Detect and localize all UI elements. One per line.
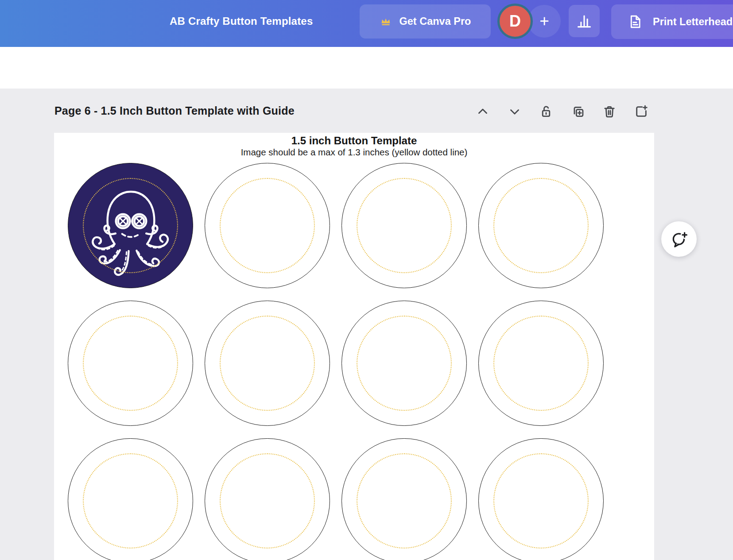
button-circle-empty[interactable] — [341, 438, 467, 560]
chevron-down-icon — [507, 104, 522, 119]
button-circle-empty[interactable] — [478, 438, 604, 560]
button-circle-empty[interactable] — [341, 301, 467, 426]
max-image-guide-circle — [493, 178, 589, 273]
trash-icon — [602, 104, 617, 119]
get-canva-pro-label: Get Canva Pro — [399, 15, 471, 27]
toolbar-strip — [0, 47, 733, 89]
avatar-letter: D — [509, 13, 521, 29]
workspace: Page 6 - 1.5 Inch Button Template with G… — [0, 89, 733, 560]
max-image-guide-circle — [83, 453, 178, 548]
max-image-guide-circle — [220, 316, 315, 411]
max-image-guide-circle — [357, 178, 452, 273]
max-image-guide-circle — [220, 178, 315, 273]
get-canva-pro-button[interactable]: Get Canva Pro — [360, 4, 491, 39]
button-circle-empty[interactable] — [205, 301, 330, 426]
page-actions — [473, 102, 651, 121]
canva-editor: AB Crafty Button Templates Get Canva Pro… — [0, 0, 733, 560]
button-circle-empty[interactable] — [205, 438, 330, 560]
insights-button[interactable] — [569, 5, 600, 37]
button-circle-empty[interactable] — [68, 438, 193, 560]
button-circle-filled[interactable] — [68, 163, 193, 288]
lock-page-button[interactable] — [536, 102, 556, 121]
duplicate-page-button[interactable] — [568, 102, 588, 121]
max-image-guide-circle — [357, 453, 452, 548]
add-page-icon — [634, 104, 649, 119]
button-grid — [68, 163, 604, 560]
move-page-down-button[interactable] — [505, 102, 524, 121]
template-title: 1.5 inch Button Template — [54, 135, 654, 147]
chevron-up-icon — [475, 104, 490, 119]
avatar[interactable]: D — [497, 4, 533, 39]
document-icon — [627, 14, 643, 30]
button-circle-empty[interactable] — [341, 163, 467, 288]
design-page[interactable]: 1.5 inch Button Template Image should be… — [54, 133, 654, 560]
bar-chart-icon — [576, 13, 593, 30]
max-image-guide-circle — [220, 453, 315, 548]
print-letterhead-button[interactable]: Print Letterhead — [611, 4, 733, 39]
plus-icon: + — [539, 12, 549, 30]
max-image-guide-circle — [83, 316, 178, 411]
crown-icon — [380, 16, 392, 27]
duplicate-page-icon — [570, 104, 586, 119]
page-title: Page 6 - 1.5 Inch Button Template with G… — [54, 104, 295, 117]
max-image-guide-circle — [83, 178, 178, 273]
max-image-guide-circle — [493, 316, 589, 411]
delete-page-button[interactable] — [600, 102, 619, 121]
max-image-guide-circle — [493, 453, 589, 548]
add-member-button[interactable]: + — [528, 5, 561, 38]
button-circle-empty[interactable] — [478, 301, 604, 426]
unlock-icon — [539, 104, 554, 119]
button-circle-empty[interactable] — [205, 163, 330, 288]
top-bar: AB Crafty Button Templates Get Canva Pro… — [0, 0, 733, 47]
button-circle-empty[interactable] — [68, 301, 193, 426]
add-comment-icon — [669, 229, 689, 249]
add-comment-button[interactable] — [661, 221, 697, 257]
move-page-up-button[interactable] — [473, 102, 493, 121]
max-image-guide-circle — [357, 316, 452, 411]
button-circle-empty[interactable] — [478, 163, 604, 288]
add-page-button[interactable] — [632, 102, 651, 121]
template-subtitle: Image should be a max of 1.3 inches (yel… — [54, 147, 654, 158]
design-title[interactable]: AB Crafty Button Templates — [170, 15, 313, 28]
print-letterhead-label: Print Letterhead — [653, 16, 733, 28]
